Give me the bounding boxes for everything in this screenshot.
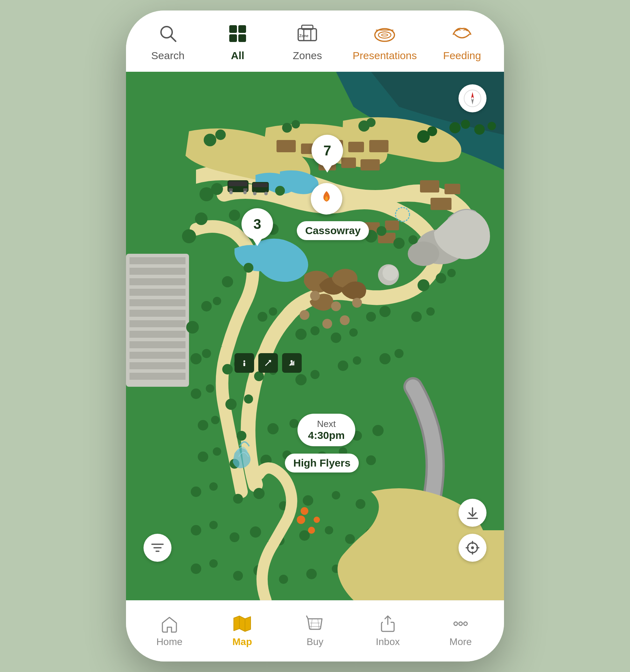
svg-point-92 [190, 353, 202, 364]
bottom-nav-map-label: Map [232, 636, 252, 648]
cassowray-label[interactable]: Cassowray [297, 221, 369, 240]
high-flyers-label[interactable]: High Flyers [285, 454, 359, 472]
svg-rect-36 [360, 159, 380, 170]
svg-point-151 [308, 527, 315, 534]
svg-point-102 [379, 353, 391, 364]
svg-rect-42 [430, 198, 451, 210]
svg-point-128 [253, 488, 265, 499]
svg-point-75 [447, 269, 456, 277]
svg-point-156 [352, 298, 362, 308]
nav-zones-label: Zones [293, 50, 322, 62]
svg-rect-4 [229, 34, 237, 42]
bottom-nav-buy[interactable]: Buy [289, 615, 341, 648]
svg-point-64 [229, 210, 240, 221]
nav-zones[interactable]: Zone Zones [283, 21, 332, 62]
svg-point-93 [202, 349, 211, 358]
download-button[interactable] [458, 499, 486, 527]
svg-point-12 [378, 32, 391, 38]
svg-point-154 [310, 291, 320, 301]
svg-point-144 [209, 559, 218, 568]
svg-point-157 [300, 310, 309, 320]
top-nav: Search All Zone [126, 10, 504, 72]
bottom-nav-inbox[interactable]: Inbox [362, 615, 414, 648]
svg-point-110 [237, 431, 246, 441]
svg-point-112 [289, 419, 299, 428]
svg-point-105 [206, 384, 214, 393]
svg-point-124 [366, 455, 376, 465]
svg-rect-163 [243, 188, 247, 191]
svg-point-116 [372, 425, 384, 436]
compass[interactable] [458, 84, 486, 112]
svg-rect-27 [130, 362, 186, 369]
fire-icon [318, 189, 335, 209]
svg-point-126 [209, 482, 218, 491]
locate-button[interactable] [458, 534, 486, 562]
map-pin-7[interactable]: 7 [312, 135, 343, 166]
svg-point-77 [244, 263, 253, 273]
cassowray-pin[interactable] [311, 183, 342, 215]
svg-point-86 [331, 332, 341, 343]
map-container[interactable]: 7 3 Cassowray [126, 72, 504, 600]
nav-search[interactable]: Search [144, 21, 192, 62]
svg-point-100 [338, 360, 348, 371]
svg-point-109 [211, 416, 219, 424]
home-icon [160, 615, 179, 633]
svg-rect-25 [130, 341, 186, 348]
bottom-nav-more[interactable]: More [434, 615, 487, 648]
bottom-nav-inbox-label: Inbox [376, 636, 400, 648]
amenity-info[interactable] [234, 353, 254, 373]
svg-point-80 [213, 297, 221, 305]
svg-rect-40 [420, 180, 439, 192]
svg-point-90 [411, 312, 422, 322]
svg-point-137 [250, 526, 261, 538]
nav-presentations-label: Presentations [353, 50, 417, 62]
svg-rect-29 [276, 140, 296, 152]
svg-rect-26 [130, 352, 186, 359]
nav-presentations[interactable]: Presentations [353, 21, 417, 62]
svg-point-66 [275, 186, 285, 196]
nav-all[interactable]: All [213, 21, 262, 62]
svg-point-152 [314, 517, 320, 523]
svg-point-139 [299, 530, 310, 541]
svg-point-74 [436, 273, 446, 284]
amenity-escalator[interactable] [258, 353, 278, 373]
buy-icon [305, 615, 325, 633]
svg-point-58 [461, 120, 470, 129]
svg-rect-20 [130, 289, 186, 296]
svg-point-127 [233, 494, 243, 504]
svg-point-60 [488, 122, 496, 130]
svg-point-89 [379, 306, 391, 317]
filter-button[interactable] [144, 534, 172, 562]
amenity-ramp[interactable] [282, 353, 302, 373]
svg-text:Zone: Zone [299, 34, 308, 38]
svg-point-164 [229, 191, 233, 194]
svg-point-143 [191, 564, 201, 574]
svg-point-72 [393, 238, 405, 249]
svg-point-131 [332, 491, 340, 499]
svg-point-103 [394, 349, 404, 358]
nav-all-label: All [231, 50, 244, 62]
svg-point-132 [356, 499, 365, 509]
svg-point-168 [253, 192, 257, 195]
svg-point-194 [464, 622, 467, 625]
svg-point-136 [230, 532, 239, 542]
svg-rect-17 [130, 257, 186, 264]
nav-feeding[interactable]: Feeding [438, 21, 486, 62]
bottom-nav-buy-label: Buy [307, 636, 323, 648]
svg-point-106 [225, 399, 237, 410]
svg-point-185 [471, 546, 474, 549]
svg-rect-33 [369, 140, 388, 152]
map-pin-3[interactable]: 3 [241, 208, 273, 240]
next-time-badge[interactable]: Next 4:30pm [298, 414, 355, 446]
svg-point-155 [331, 301, 341, 311]
svg-rect-167 [253, 183, 268, 187]
svg-point-83 [269, 307, 277, 316]
svg-point-101 [353, 356, 361, 365]
download-icon [465, 505, 480, 520]
svg-point-141 [345, 534, 355, 544]
svg-point-104 [191, 388, 201, 399]
svg-rect-38 [385, 220, 399, 230]
bottom-nav-map[interactable]: Map [216, 615, 268, 648]
svg-point-57 [449, 122, 461, 133]
bottom-nav-home[interactable]: Home [143, 615, 196, 648]
